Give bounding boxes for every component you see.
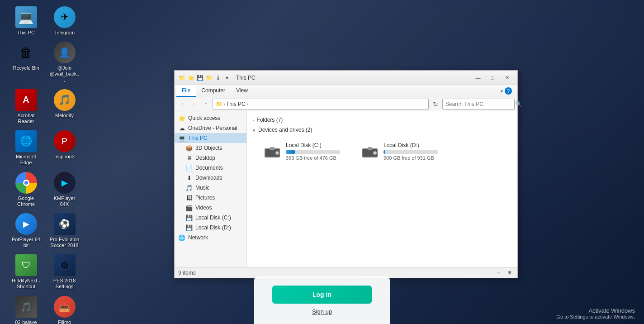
status-right: ≡ ⊞ [494,268,514,277]
sidebar-item-videos[interactable]: 🎬 Videos [175,203,246,213]
drive-c[interactable]: Local Disk (C:) 393 GB free of 476 GB [260,138,350,164]
pes2018b-label: PES 2018 Settings [49,278,80,290]
hiddify-label: HiddifyNext - Shortcut [11,278,41,290]
pes2018b-icon: ⚙ [54,254,76,276]
sidebar-label-local-d: Local Disk (D:) [195,224,231,231]
desktop-icon-balaye[interactable]: 🎵 02-balaye dare ma... [9,294,43,324]
tab-file[interactable]: File [176,85,196,97]
ribbon: File Computer View ▾ ? [175,85,517,97]
sidebar-label-network: Network [188,234,208,241]
tab-computer[interactable]: Computer [196,85,231,97]
sidebar-item-music[interactable]: 🎵 Music [175,183,246,193]
desktop-icon-kmplayer[interactable]: ▶ KMPlayer 64X [47,170,81,209]
recycle-bin-label: Recycle Bin [13,65,39,71]
search-input[interactable] [445,101,513,107]
chevron-icon[interactable]: ▾ [501,89,503,94]
desktop-icon-sidebar: 🖥 [185,154,193,162]
3d-objects-icon: 📦 [185,144,193,152]
join-label: @Join@wail_back... [49,65,80,83]
up-button[interactable]: ↑ [201,99,211,109]
balaye-label: 02-balaye dare ma... [11,319,41,324]
desktop-icon-acrobat[interactable]: A Acrobat Reader [9,87,43,126]
desktop-icon-psiphon[interactable]: P psiphon3 [47,129,81,167]
desktop-icon-recycle-bin[interactable]: 🗑 Recycle Bin [9,40,43,85]
search-icon: 🔍 [515,101,522,107]
drive-d-bar-container [384,150,438,154]
help-icon[interactable]: ? [505,87,512,95]
path-icon: 📁 [216,101,223,107]
refresh-path-button[interactable]: ↻ [431,99,440,109]
sidebar-item-network[interactable]: 🌐 Network [175,233,246,243]
desktop-icon-this-pc[interactable]: 💻 This PC [9,5,43,38]
desktop-icon-melodify[interactable]: 🎵 Melodify [47,87,81,126]
sidebar-item-pictures[interactable]: 🖼 Pictures [175,193,246,203]
svg-point-4 [276,152,278,154]
desktop-icon-hiddify[interactable]: 🛡 HiddifyNext - Shortcut [9,253,43,291]
desktop-icon-telegram[interactable]: ✈ Telegram [47,5,81,38]
drive-d-bar [384,150,385,154]
save-icon[interactable]: 💾 [196,74,204,81]
drive-d-info: Local Disk (D:) 900 GB free of 931 GB [384,142,444,161]
svg-rect-2 [270,147,275,150]
close-button[interactable]: ✕ [500,73,514,82]
folders-section-label: Folders (7) [256,117,283,123]
folder-icon: 📁 [178,74,185,81]
desktop-icon-potplayer[interactable]: ▶ PotPlayer 64 bit [9,211,43,250]
activate-windows: Activate Windows Go to Settings to activ… [556,307,635,319]
signup-button[interactable]: Sign up [312,308,332,315]
file-explorer-window: 📁 ⭐ 💾 📁 ℹ ▾ This PC — □ ✕ File Computer … [174,70,518,278]
maximize-button[interactable]: □ [486,73,499,82]
sidebar-item-onedrive[interactable]: ☁ OneDrive - Personal [175,123,246,133]
desktop-icon-chrome[interactable]: Google Chrome [9,170,43,209]
drive-c-space: 393 GB free of 476 GB [286,155,346,161]
new-folder-icon[interactable]: 📁 [205,74,213,81]
path-separator-2: › [246,101,248,107]
desktop-icon-pes2018b[interactable]: ⚙ PES 2018 Settings [47,253,81,291]
properties-icon[interactable]: ℹ [214,74,222,81]
sidebar-item-documents[interactable]: 📄 Documents [175,163,246,173]
sidebar-label-videos: Videos [195,205,212,211]
acrobat-label: Acrobat Reader [11,113,41,124]
devices-section-header[interactable]: ∨ Devices and drives (2) [252,125,512,135]
sidebar-item-desktop[interactable]: 🖥 Desktop [175,153,246,163]
desktop-icon-pes2018[interactable]: ⚽ Pro Evolution Soccer 2018 [47,211,81,250]
minimize-button[interactable]: — [471,73,485,82]
drive-d[interactable]: Local Disk (D:) 900 GB free of 931 GB [357,138,448,164]
desktop-icon-filimo[interactable]: 📥 Filimo Downloa... [47,294,81,324]
chrome-label: Google Chrome [11,195,41,207]
sidebar-item-quick-access[interactable]: ⭐ Quick access [175,113,246,123]
path-this-pc: This PC [226,101,246,107]
forward-button[interactable]: › [189,99,199,109]
window-controls: — □ ✕ [471,73,514,82]
address-bar: ‹ › ↑ 📁 › This PC › ↻ 🔍 [175,97,517,111]
psiphon-label: psiphon3 [54,154,75,160]
sidebar-item-this-pc[interactable]: 💻 This PC [175,133,246,143]
sidebar-item-local-c[interactable]: 💾 Local Disk (C:) [175,213,246,223]
desktop-icon-join[interactable]: 👤 @Join@wail_back... [47,40,81,85]
hiddify-icon: 🛡 [15,254,37,276]
sidebar-item-downloads[interactable]: ⬇ Downloads [175,173,246,183]
edge-label: Microsoft Edge [11,154,41,166]
activate-windows-title: Activate Windows [556,307,635,314]
login-button[interactable]: Log in [272,286,372,304]
sidebar-item-local-d[interactable]: 💾 Local Disk (D:) [175,223,246,233]
view-list-button[interactable]: ≡ [494,268,503,277]
devices-arrow: ∨ [252,128,256,133]
sidebar-item-3d-objects[interactable]: 📦 3D Objects [175,143,246,153]
search-bar[interactable]: 🔍 [442,99,515,110]
folders-section-header[interactable]: › Folders (7) [252,115,512,125]
back-button[interactable]: ‹ [177,99,187,109]
tab-view[interactable]: View [231,85,253,97]
folders-arrow: › [252,118,254,123]
desktop-icon-edge[interactable]: 🌐 Microsoft Edge [9,129,43,167]
psiphon-icon: P [54,130,76,152]
drive-d-name: Local Disk (D:) [384,142,444,148]
view-grid-button[interactable]: ⊞ [505,268,514,277]
address-path[interactable]: 📁 › This PC › [213,99,429,110]
dropdown-icon[interactable]: ▾ [223,74,231,81]
svg-point-9 [374,152,376,154]
telegram-label: Telegram [54,30,75,36]
local-c-icon: 💾 [185,214,193,221]
sidebar-label-documents: Documents [195,165,223,171]
quick-access-icon[interactable]: ⭐ [187,74,194,81]
